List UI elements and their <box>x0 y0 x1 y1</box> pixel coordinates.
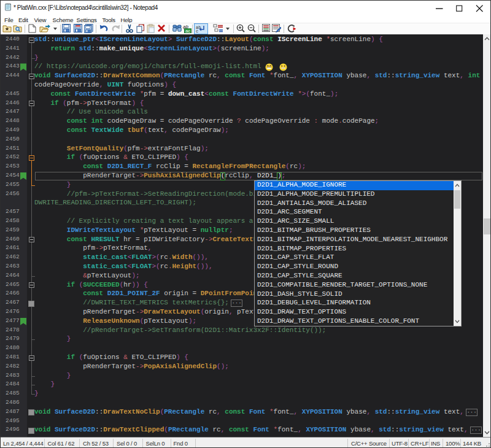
svg-text:c: c <box>196 29 198 33</box>
svg-text:ac: ac <box>185 28 190 33</box>
